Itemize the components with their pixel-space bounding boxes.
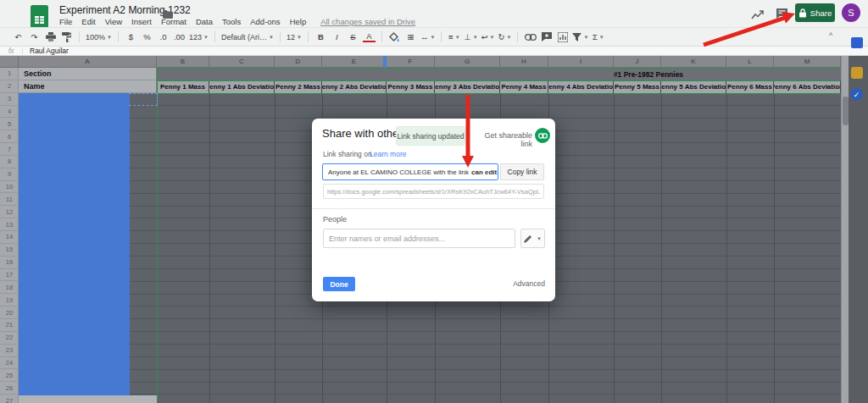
row-header-19[interactable]: 19 [0, 294, 19, 306]
filter-button[interactable]: ▼ [572, 30, 588, 44]
column-header-h[interactable]: H [500, 56, 548, 68]
column-header-g[interactable]: G [435, 56, 500, 68]
row-header-7[interactable]: 7 [0, 143, 19, 156]
merge-cells-button[interactable]: ↔▼ [420, 30, 435, 44]
horizontal-align-button[interactable]: ≡▼ [448, 30, 460, 44]
column-header-l[interactable]: L [726, 56, 774, 68]
font-size-select[interactable]: 12▼ [287, 30, 302, 44]
menu-tools[interactable]: Tools [222, 17, 241, 27]
row-header-6[interactable]: 6 [0, 130, 19, 143]
italic-button[interactable]: I [331, 30, 343, 44]
row-header-21[interactable]: 21 [0, 319, 19, 332]
row-header-26[interactable]: 26 [0, 382, 19, 395]
share-button[interactable]: Share [795, 3, 835, 22]
extension-icon[interactable] [851, 37, 863, 48]
explore-icon[interactable] [751, 8, 765, 24]
formula-bar[interactable]: fx Raul Aguilar [0, 47, 868, 56]
invite-people-input[interactable] [323, 229, 515, 248]
menu-insert[interactable]: Insert [131, 17, 152, 27]
row-header-1[interactable]: 1 [0, 68, 19, 80]
header-cell-5[interactable]: Penny 3 Mass [387, 80, 435, 93]
permission-dropdown[interactable]: Anyone at EL CAMINO COLLEGE with the lin… [322, 163, 498, 180]
scrollbar-thumb[interactable] [843, 97, 849, 125]
row-header-16[interactable]: 16 [0, 257, 19, 269]
font-family-select[interactable]: Default (Ari…▼ [221, 30, 274, 44]
selected-column-block[interactable] [19, 93, 130, 395]
menu-file[interactable]: File [59, 17, 72, 27]
row-header-20[interactable]: 20 [0, 306, 19, 319]
menu-addons[interactable]: Add-ons [250, 17, 280, 27]
format-currency-button[interactable]: $ [125, 30, 137, 44]
functions-button[interactable]: Σ▼ [592, 30, 604, 44]
menu-edit[interactable]: Edit [81, 17, 95, 27]
column-header-m[interactable]: M [774, 56, 841, 68]
text-rotate-button[interactable]: ↻▼ [498, 30, 512, 44]
redo-button[interactable]: ↷ [28, 30, 41, 44]
row-header-3[interactable]: 3 [0, 93, 19, 106]
header-cell-9[interactable]: Penny 5 Mass [614, 80, 661, 93]
row-header-12[interactable]: 12 [0, 206, 19, 218]
row-header-24[interactable]: 24 [0, 357, 19, 370]
column-header-f[interactable]: F [387, 56, 435, 68]
cell-a1[interactable]: Section [19, 68, 157, 80]
zoom-select[interactable]: 100%▼ [86, 30, 112, 44]
account-avatar[interactable]: S [842, 3, 860, 22]
shareable-url-field[interactable] [323, 184, 544, 199]
column-freeze-handle[interactable] [383, 56, 387, 68]
menu-format[interactable]: Format [161, 17, 186, 27]
increase-decimals-button[interactable]: .00 [173, 30, 186, 44]
row-header-9[interactable]: 9 [0, 168, 19, 181]
row-header-8[interactable]: 8 [0, 156, 19, 168]
row-header-13[interactable]: 13 [0, 218, 19, 231]
column-header-j[interactable]: J [614, 56, 661, 68]
column-header-k[interactable]: K [661, 56, 726, 68]
row-header-2[interactable]: 2 [0, 80, 19, 93]
row-header-18[interactable]: 18 [0, 281, 19, 294]
permission-pencil-button[interactable]: ▼ [520, 229, 545, 248]
column-header-c[interactable]: C [209, 56, 275, 68]
insert-chart-button[interactable] [556, 30, 569, 44]
menu-help[interactable]: Help [290, 17, 307, 27]
row-header-23[interactable]: 23 [0, 345, 19, 357]
vertical-align-button[interactable]: ⊥▼ [464, 30, 477, 44]
row-header-5[interactable]: 5 [0, 118, 19, 130]
row-header-15[interactable]: 15 [0, 244, 19, 257]
header-cell-10[interactable]: Penny 5 Abs Deviation [661, 80, 726, 93]
column-header-e[interactable]: E [322, 56, 387, 68]
row-header-4[interactable]: 4 [0, 106, 19, 119]
select-all-corner[interactable] [0, 56, 19, 68]
row-header-22[interactable]: 22 [0, 332, 19, 345]
undo-button[interactable]: ↶ [12, 30, 25, 44]
header-cell-3[interactable]: Penny 2 Mass [275, 80, 322, 93]
tasks-check-icon[interactable]: ✓ [850, 88, 863, 101]
insert-link-button[interactable] [524, 30, 537, 44]
header-cell-1[interactable]: Penny 1 Mass [157, 80, 209, 93]
header-cell-11[interactable]: Penny 6 Mass [726, 80, 774, 93]
column-header-b[interactable]: B [157, 56, 209, 68]
row-header-10[interactable]: 10 [0, 181, 19, 194]
shareable-link-icon[interactable] [535, 128, 550, 143]
advanced-link[interactable]: Advanced [511, 279, 545, 288]
row-header-14[interactable]: 14 [0, 231, 19, 244]
cell-a2[interactable]: Name [19, 80, 157, 93]
row-header-25[interactable]: 25 [0, 369, 19, 382]
column-header-d[interactable]: D [275, 56, 322, 68]
learn-more-link[interactable]: Learn more [370, 150, 406, 158]
menu-data[interactable]: Data [196, 17, 213, 27]
keep-notes-icon[interactable] [851, 67, 863, 79]
star-icon[interactable]: ☆ [147, 4, 156, 15]
row-header-11[interactable]: 11 [0, 194, 19, 207]
header-cell-6[interactable]: Penny 3 Abs Deviation [435, 80, 500, 93]
decrease-decimals-button[interactable]: .0 [157, 30, 170, 44]
header-cell-4[interactable]: Penny 2 Abs Deviation [322, 80, 387, 93]
copy-link-button[interactable]: Copy link [500, 163, 544, 180]
paint-format-button[interactable] [60, 30, 73, 44]
header-cell-12[interactable]: Penny 6 Abs Deviation [774, 80, 841, 93]
bold-button[interactable]: B [314, 30, 327, 44]
comments-icon[interactable] [776, 8, 788, 23]
save-status[interactable]: All changes saved in Drive [320, 17, 415, 27]
insert-comment-button[interactable] [540, 30, 553, 44]
menu-view[interactable]: View [105, 17, 122, 27]
borders-button[interactable]: ⊞ [404, 30, 417, 44]
header-cell-7[interactable]: Penny 4 Mass [500, 80, 548, 93]
